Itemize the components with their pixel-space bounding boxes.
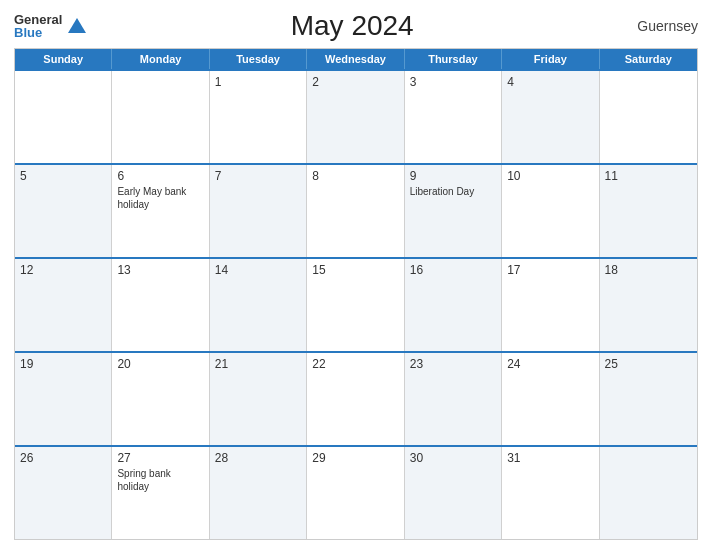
day-cell: 11 — [600, 165, 697, 257]
header-wednesday: Wednesday — [307, 49, 404, 69]
day-number: 15 — [312, 263, 398, 277]
week-row: 19 20 21 22 23 24 25 — [15, 351, 697, 445]
day-cell: 24 — [502, 353, 599, 445]
day-cell: 27 Spring bank holiday — [112, 447, 209, 539]
region-label: Guernsey — [618, 18, 698, 34]
day-cell: 5 — [15, 165, 112, 257]
day-cell: 12 — [15, 259, 112, 351]
day-cell — [15, 71, 112, 163]
day-number: 13 — [117, 263, 203, 277]
header: General Blue May 2024 Guernsey — [14, 10, 698, 42]
day-cell: 17 — [502, 259, 599, 351]
day-cell: 22 — [307, 353, 404, 445]
day-cell: 9 Liberation Day — [405, 165, 502, 257]
calendar-page: General Blue May 2024 Guernsey Sunday Mo… — [0, 0, 712, 550]
day-cell: 30 — [405, 447, 502, 539]
day-cell: 10 — [502, 165, 599, 257]
day-cell: 21 — [210, 353, 307, 445]
header-thursday: Thursday — [405, 49, 502, 69]
day-number: 14 — [215, 263, 301, 277]
event-label: Early May bank holiday — [117, 186, 186, 210]
day-number: 7 — [215, 169, 301, 183]
day-cell: 16 — [405, 259, 502, 351]
day-cell: 23 — [405, 353, 502, 445]
header-tuesday: Tuesday — [210, 49, 307, 69]
day-number: 31 — [507, 451, 593, 465]
header-sunday: Sunday — [15, 49, 112, 69]
day-number: 28 — [215, 451, 301, 465]
day-number: 8 — [312, 169, 398, 183]
day-cell: 20 — [112, 353, 209, 445]
day-number: 9 — [410, 169, 496, 183]
day-number: 19 — [20, 357, 106, 371]
day-cell: 28 — [210, 447, 307, 539]
day-number: 17 — [507, 263, 593, 277]
day-number: 6 — [117, 169, 203, 183]
day-number: 25 — [605, 357, 692, 371]
week-row: 5 6 Early May bank holiday 7 8 9 Liberat… — [15, 163, 697, 257]
day-cell: 25 — [600, 353, 697, 445]
day-cell — [600, 71, 697, 163]
day-number: 11 — [605, 169, 692, 183]
day-cell: 3 — [405, 71, 502, 163]
day-cell: 31 — [502, 447, 599, 539]
day-cell: 2 — [307, 71, 404, 163]
day-cell — [112, 71, 209, 163]
logo-triangle-icon — [68, 18, 86, 33]
day-number: 29 — [312, 451, 398, 465]
week-row: 1 2 3 4 — [15, 69, 697, 163]
day-number: 22 — [312, 357, 398, 371]
day-number: 18 — [605, 263, 692, 277]
day-cell: 13 — [112, 259, 209, 351]
day-cell: 29 — [307, 447, 404, 539]
logo: General Blue — [14, 13, 86, 39]
day-number: 23 — [410, 357, 496, 371]
day-number: 30 — [410, 451, 496, 465]
day-number: 20 — [117, 357, 203, 371]
day-cell: 7 — [210, 165, 307, 257]
event-label: Spring bank holiday — [117, 468, 170, 492]
day-cell: 26 — [15, 447, 112, 539]
day-cell: 1 — [210, 71, 307, 163]
day-number: 10 — [507, 169, 593, 183]
day-number: 2 — [312, 75, 398, 89]
calendar-grid: Sunday Monday Tuesday Wednesday Thursday… — [14, 48, 698, 540]
header-friday: Friday — [502, 49, 599, 69]
week-row: 12 13 14 15 16 17 18 — [15, 257, 697, 351]
day-number: 16 — [410, 263, 496, 277]
day-cell: 18 — [600, 259, 697, 351]
logo-blue-text: Blue — [14, 26, 42, 39]
day-number: 1 — [215, 75, 301, 89]
day-cell: 15 — [307, 259, 404, 351]
day-cell — [600, 447, 697, 539]
day-cell: 6 Early May bank holiday — [112, 165, 209, 257]
day-number: 4 — [507, 75, 593, 89]
day-number: 12 — [20, 263, 106, 277]
day-number: 21 — [215, 357, 301, 371]
day-headers-row: Sunday Monday Tuesday Wednesday Thursday… — [15, 49, 697, 69]
day-number: 27 — [117, 451, 203, 465]
day-number: 3 — [410, 75, 496, 89]
day-cell: 8 — [307, 165, 404, 257]
day-cell: 14 — [210, 259, 307, 351]
day-cell: 4 — [502, 71, 599, 163]
day-cell: 19 — [15, 353, 112, 445]
day-number: 24 — [507, 357, 593, 371]
day-number: 5 — [20, 169, 106, 183]
header-saturday: Saturday — [600, 49, 697, 69]
day-number: 26 — [20, 451, 106, 465]
calendar-title: May 2024 — [86, 10, 618, 42]
event-label: Liberation Day — [410, 186, 474, 197]
header-monday: Monday — [112, 49, 209, 69]
week-row: 26 27 Spring bank holiday 28 29 30 31 — [15, 445, 697, 539]
weeks-container: 1 2 3 4 5 6 Early M — [15, 69, 697, 539]
